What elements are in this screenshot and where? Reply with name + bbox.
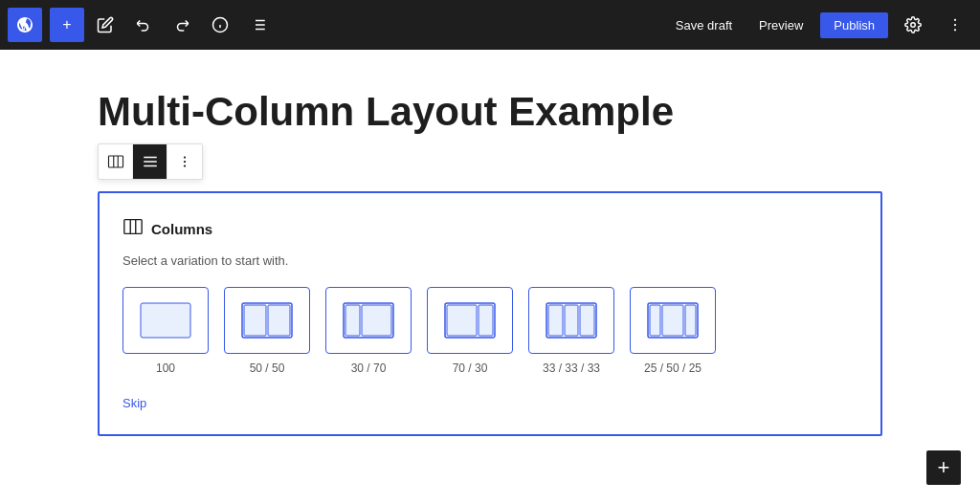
variation-icon-100[interactable] xyxy=(122,287,209,354)
variation-icon-33-33-33[interactable] xyxy=(528,287,614,354)
add-block-button[interactable]: + xyxy=(50,8,84,42)
undo-button[interactable] xyxy=(126,8,161,42)
editor-area: Multi-Column Layout Example xyxy=(0,50,980,504)
settings-button[interactable] xyxy=(896,8,930,42)
svg-rect-40 xyxy=(650,305,660,336)
redo-button[interactable] xyxy=(165,8,199,42)
svg-rect-37 xyxy=(565,305,578,336)
page-title[interactable]: Multi-Column Layout Example xyxy=(98,88,882,136)
more-options-button[interactable] xyxy=(938,8,972,42)
svg-point-12 xyxy=(954,29,956,31)
variation-30-70[interactable]: 30 / 70 xyxy=(325,287,412,375)
preview-button[interactable]: Preview xyxy=(749,12,813,38)
save-draft-button[interactable]: Save draft xyxy=(666,12,742,38)
svg-rect-22 xyxy=(124,220,142,234)
variation-100[interactable]: 100 xyxy=(122,287,209,375)
edit-button[interactable] xyxy=(88,8,122,42)
svg-point-20 xyxy=(184,161,186,163)
svg-point-11 xyxy=(954,24,956,26)
svg-rect-25 xyxy=(141,303,190,338)
variation-icon-70-30[interactable] xyxy=(427,287,513,354)
svg-rect-27 xyxy=(244,305,266,336)
columns-block-header: Columns xyxy=(122,216,858,242)
list-view-button[interactable] xyxy=(241,8,276,42)
toolbar-right: Save draft Preview Publish xyxy=(666,8,972,42)
columns-icon xyxy=(122,216,144,242)
block-toolbar xyxy=(98,143,203,180)
svg-rect-31 xyxy=(362,305,391,336)
svg-rect-36 xyxy=(548,305,563,336)
svg-rect-34 xyxy=(479,305,493,336)
columns-subtitle: Select a variation to start with. xyxy=(122,253,858,268)
svg-rect-41 xyxy=(662,305,683,336)
svg-rect-30 xyxy=(345,305,360,336)
columns-block-icon-btn[interactable] xyxy=(99,144,133,179)
align-block-btn[interactable] xyxy=(133,144,167,179)
svg-point-21 xyxy=(184,165,186,167)
publish-button[interactable]: Publish xyxy=(820,12,888,38)
svg-rect-33 xyxy=(447,305,477,336)
info-button[interactable] xyxy=(203,8,237,42)
main-toolbar: + Save draft Preview Publish xyxy=(0,0,980,50)
variation-icon-50-50[interactable] xyxy=(224,287,310,354)
variation-icon-25-50-25[interactable] xyxy=(630,287,716,354)
skip-link[interactable]: Skip xyxy=(122,396,146,410)
svg-point-19 xyxy=(184,157,186,159)
columns-block-title: Columns xyxy=(151,221,212,237)
variation-icon-30-70[interactable] xyxy=(325,287,412,354)
variation-label-33-33-33: 33 / 33 / 33 xyxy=(543,362,600,375)
svg-rect-28 xyxy=(268,305,290,336)
variation-label-70-30: 70 / 30 xyxy=(453,362,488,375)
svg-point-10 xyxy=(954,19,956,21)
variation-33-33-33[interactable]: 33 / 33 / 33 xyxy=(528,287,614,375)
svg-rect-13 xyxy=(108,156,122,167)
block-more-btn[interactable] xyxy=(167,144,202,179)
wp-logo[interactable] xyxy=(8,8,42,42)
column-variations: 100 50 / 50 xyxy=(122,287,858,375)
columns-block: Columns Select a variation to start with… xyxy=(98,191,882,436)
editor-content: Multi-Column Layout Example xyxy=(98,88,882,436)
svg-rect-42 xyxy=(685,305,696,336)
svg-rect-38 xyxy=(580,305,594,336)
variation-50-50[interactable]: 50 / 50 xyxy=(224,287,310,375)
add-block-bottom-button[interactable]: + xyxy=(926,450,961,485)
variation-label-30-70: 30 / 70 xyxy=(351,362,387,375)
variation-25-50-25[interactable]: 25 / 50 / 25 xyxy=(630,287,716,375)
variation-label-50-50: 50 / 50 xyxy=(250,362,285,375)
variation-label-25-50-25: 25 / 50 / 25 xyxy=(644,362,702,375)
variation-label-100: 100 xyxy=(156,362,175,375)
svg-point-9 xyxy=(911,23,916,28)
variation-70-30[interactable]: 70 / 30 xyxy=(427,287,513,375)
